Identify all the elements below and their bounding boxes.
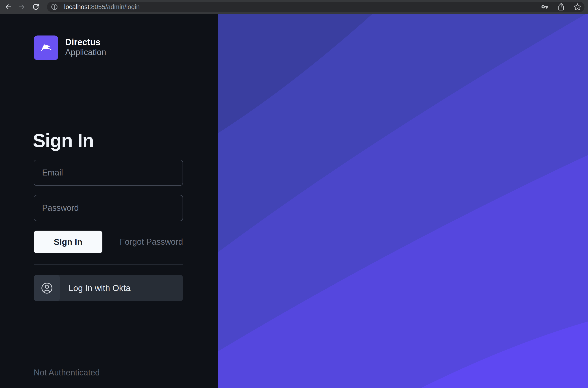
brand-product: Directus — [65, 37, 106, 48]
brand-project: Application — [65, 48, 106, 57]
reload-icon — [31, 2, 40, 11]
email-input[interactable] — [34, 160, 183, 186]
bookmark-button[interactable] — [573, 2, 582, 12]
actions-row: Sign In Forgot Password — [34, 231, 183, 253]
okta-icon-box — [34, 275, 60, 301]
account-circle-icon — [41, 282, 53, 294]
login-panel: Directus Application Sign In Sign In For… — [0, 14, 218, 388]
reload-button[interactable] — [31, 2, 41, 12]
okta-login-button[interactable]: Log In with Okta — [34, 275, 183, 301]
brand-block: Directus Application — [65, 37, 106, 57]
back-arrow-icon — [4, 3, 12, 11]
login-page: Directus Application Sign In Sign In For… — [0, 14, 588, 388]
sign-in-button[interactable]: Sign In — [34, 231, 102, 253]
stripe-art-svg — [218, 14, 588, 388]
forward-button[interactable] — [17, 2, 27, 12]
directus-rabbit-icon — [37, 39, 55, 56]
okta-button-label: Log In with Okta — [68, 283, 131, 293]
url-host: localhost — [64, 3, 89, 10]
page-title: Sign In — [33, 130, 94, 151]
password-manager-button[interactable] — [540, 2, 550, 12]
background-art — [218, 14, 588, 388]
url-path: :8055/admin/login — [89, 3, 140, 10]
password-key-icon — [540, 2, 549, 11]
browser-toolbar: localhost:8055/admin/login — [0, 0, 588, 14]
sign-in-button-label: Sign In — [54, 237, 82, 247]
bookmark-star-icon — [573, 2, 582, 11]
share-icon — [557, 2, 566, 11]
address-bar[interactable]: localhost:8055/admin/login — [47, 2, 585, 12]
directus-logo — [34, 35, 58, 60]
back-button[interactable] — [3, 2, 13, 12]
forward-arrow-icon — [18, 3, 26, 11]
url-text: localhost:8055/admin/login — [64, 3, 140, 11]
auth-status-text: Not Authenticated — [34, 368, 100, 377]
divider — [34, 264, 183, 265]
share-button[interactable] — [556, 2, 566, 12]
page-info-icon — [50, 2, 59, 11]
password-input[interactable] — [34, 195, 183, 221]
page-info-button[interactable] — [49, 2, 59, 12]
forgot-password-link[interactable]: Forgot Password — [120, 237, 183, 247]
